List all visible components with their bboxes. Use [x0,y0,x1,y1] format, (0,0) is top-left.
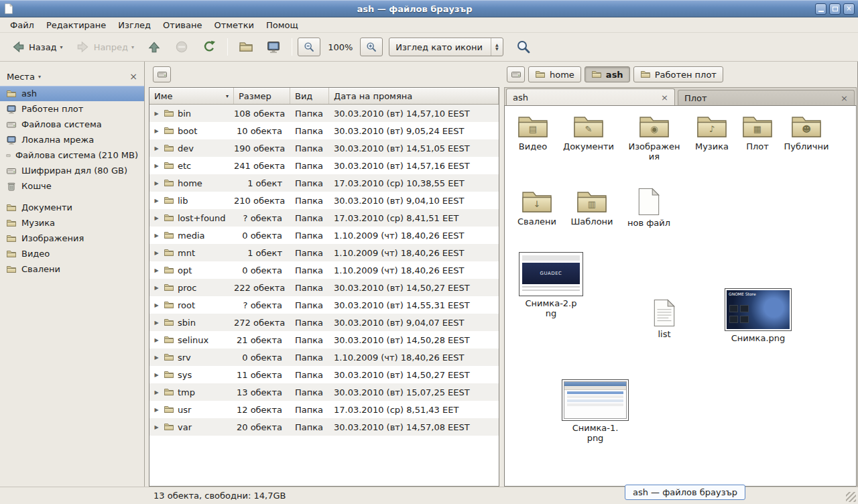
expander-icon[interactable]: ▶ [153,320,160,326]
sidebar-close-icon[interactable]: × [129,71,137,82]
table-row[interactable]: ▶lost+found? обектаПапка17.03.2010 (ср) … [149,209,499,227]
root-breadcrumb-button[interactable] [153,66,171,82]
maximize-button[interactable] [829,3,841,15]
sidebar-item-desktop[interactable]: Работен плот [0,101,144,117]
column-header-size[interactable]: Размер [234,88,290,104]
expander-icon[interactable]: ▶ [153,198,160,204]
column-header-name[interactable]: Име ▾ [149,88,234,104]
sidebar-item-encrypted[interactable]: Шифриран дял (80 GB) [0,163,144,178]
folder-item-pictures[interactable]: ◉ Изображения [626,113,682,162]
sidebar-item-documents[interactable]: Документи [0,200,144,215]
table-row[interactable]: ▶etc241 обектаПапка30.03.2010 (вт) 14,57… [149,157,499,174]
expander-icon[interactable]: ▶ [153,250,160,256]
expander-icon[interactable]: ▶ [153,215,160,221]
resize-grip[interactable] [846,492,856,502]
forward-button[interactable]: Напред ▾ [70,36,140,58]
folder-item-templates[interactable]: ▥ Шаблони [564,188,620,227]
table-row[interactable]: ▶srv0 обектаПапка1.10.2009 (чт) 18,40,26… [149,349,499,366]
folder-item-documents[interactable]: ✎ Документи [560,113,617,152]
expander-icon[interactable]: ▶ [153,407,160,413]
expander-icon[interactable]: ▶ [153,111,160,117]
file-item-list[interactable]: list [636,299,692,340]
menu-view[interactable]: Изглед [112,19,157,32]
table-row[interactable]: ▶usr12 обектаПапка17.03.2010 (ср) 8,51,4… [149,401,499,418]
folder-item-downloads[interactable]: ↓ Свалени [509,188,565,227]
table-row[interactable]: ▶bin108 обектаПапка30.03.2010 (вт) 14,57… [149,105,499,122]
title-bar[interactable]: ash — файлов браузър × [0,0,858,17]
table-row[interactable]: ▶var20 обектаПапка30.03.2010 (вт) 14,57,… [149,418,499,436]
breadcrumb-ash[interactable]: ash [585,66,630,82]
sidebar-item-music[interactable]: Музика [0,215,144,231]
sidebar-item-trash[interactable]: Кошче [0,178,144,194]
tab-plot[interactable]: Плот × [678,90,855,105]
expander-icon[interactable]: ▶ [153,233,160,239]
table-row[interactable]: ▶sys11 обектаПапка30.03.2010 (вт) 14,50,… [149,366,499,383]
tab-ash[interactable]: ash × [506,88,675,105]
breadcrumb-desktop[interactable]: Работен плот [633,66,723,82]
table-row[interactable]: ▶dev190 обектаПапка30.03.2010 (вт) 14,51… [149,139,499,157]
icon-view[interactable]: ▤ Видео ✎ Документи ◉ Изображения ♪ Музи… [504,105,857,487]
close-button[interactable]: × [843,3,855,15]
column-header-type[interactable]: Вид [290,88,329,104]
table-row[interactable]: ▶home1 обектПапка17.03.2010 (ср) 10,38,5… [149,174,499,192]
table-row[interactable]: ▶media0 обектаПапка1.10.2009 (чт) 18,40,… [149,227,499,244]
expander-icon[interactable]: ▶ [153,128,160,134]
folder-item-desktop[interactable]: ▦ Плот [729,113,786,152]
menu-edit[interactable]: Редактиране [40,19,112,32]
minimize-button[interactable] [815,3,826,15]
expander-icon[interactable]: ▶ [153,389,160,395]
stop-button[interactable] [169,36,194,58]
sidebar-item-videos[interactable]: Видео [0,246,144,261]
expander-icon[interactable]: ▶ [153,302,160,308]
zoom-out-button[interactable] [298,38,320,56]
file-item-new-file[interactable]: нов файл [621,188,677,229]
table-row[interactable]: ▶selinux21 обектаПапка30.03.2010 (вт) 14… [149,331,499,349]
sidebar-item-filesystem-210[interactable]: Файлова система (210 MB) [0,147,144,163]
root-breadcrumb-button[interactable] [507,66,525,82]
reload-button[interactable] [196,36,222,58]
menu-help[interactable]: Помощ [260,19,304,32]
tab-close-icon[interactable]: × [661,92,668,103]
back-button[interactable]: Назад ▾ [5,36,68,58]
image-file-item[interactable]: Снимка-1.png [560,379,630,443]
chevron-down-icon[interactable]: ▾ [38,74,41,80]
image-file-item[interactable]: GNOME Store Снимка.png [723,288,793,344]
table-row[interactable]: ▶lib210 обектаПапка30.03.2010 (вт) 9,04,… [149,192,499,209]
sidebar-title[interactable]: Места [7,72,35,82]
folder-item-video[interactable]: ▤ Видео [505,113,561,152]
table-row[interactable]: ▶mnt1 обектПапка1.10.2009 (чт) 18,40,26 … [149,244,499,261]
expander-icon[interactable]: ▶ [153,267,160,273]
sidebar-item-filesystem[interactable]: Файлова система [0,117,144,132]
zoom-in-button[interactable] [360,38,383,56]
back-dropdown-icon[interactable]: ▾ [60,44,63,50]
table-row[interactable]: ▶root? обектаПапка30.03.2010 (вт) 14,55,… [149,296,499,314]
search-button[interactable] [511,36,536,58]
table-row[interactable]: ▶boot10 обектаПапка30.03.2010 (вт) 9,05,… [149,122,499,139]
tab-close-icon[interactable]: × [841,93,848,103]
computer-button[interactable] [261,36,286,58]
up-button[interactable] [141,36,167,58]
expander-icon[interactable]: ▶ [153,424,160,430]
menu-bookmarks[interactable]: Отметки [208,19,259,32]
sidebar-item-pictures[interactable]: Изображения [0,231,144,246]
breadcrumb-home[interactable]: home [528,66,581,82]
folder-item-public[interactable]: ☻ Публични [778,113,835,152]
expander-icon[interactable]: ▶ [153,372,160,378]
expander-icon[interactable]: ▶ [153,180,160,186]
table-row[interactable]: ▶tmp13 обектаПапка30.03.2010 (вт) 15,07,… [149,383,499,401]
table-row[interactable]: ▶sbin272 обектаПапка30.03.2010 (вт) 9,04… [149,314,499,331]
table-row[interactable]: ▶proc222 обектаПапка30.03.2010 (вт) 14,5… [149,279,499,296]
sidebar-item-network[interactable]: Локална мрежа [0,132,144,147]
expander-icon[interactable]: ▶ [153,285,160,291]
menu-go[interactable]: Отиване [157,19,208,32]
expander-icon[interactable]: ▶ [153,145,160,151]
window-list-button[interactable]: ash — файлов браузър [625,485,745,500]
column-header-date[interactable]: Дата на промяна [329,88,499,104]
expander-icon[interactable]: ▶ [153,163,160,169]
table-row[interactable]: ▶opt0 обектаПапка1.10.2009 (чт) 18,40,26… [149,261,499,279]
sidebar-item-ash[interactable]: ash [0,86,144,101]
image-file-item[interactable]: GUADEC Снимка-2.png [516,252,586,318]
home-button[interactable] [233,36,259,58]
sidebar-item-downloads[interactable]: Свалени [0,261,144,277]
expander-icon[interactable]: ▶ [153,355,160,361]
